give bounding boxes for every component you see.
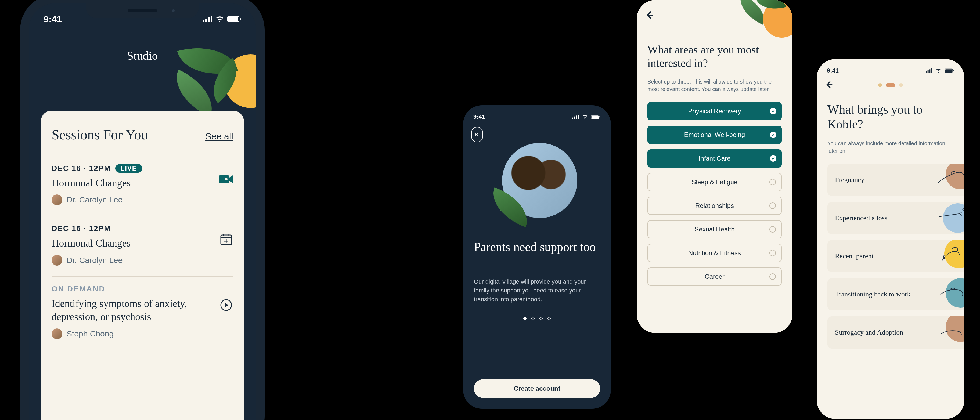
goal-option[interactable]: Experienced a loss xyxy=(827,202,964,234)
goal-option[interactable]: Surrogacy and Adoption xyxy=(827,317,964,348)
session-date: DEC 16 · 12PM xyxy=(52,164,111,173)
interest-option[interactable]: Career xyxy=(648,267,782,286)
question-subtitle: Select up to three. This will allow us t… xyxy=(648,78,782,93)
option-label: Sleep & Fatigue xyxy=(692,178,738,186)
progress-dot xyxy=(878,83,882,87)
option-label: Transitioning back to work xyxy=(835,290,910,298)
svg-rect-6 xyxy=(240,18,241,20)
status-icons xyxy=(572,113,601,120)
session-title: Hormonal Changes xyxy=(52,237,207,250)
status-time: 9:41 xyxy=(43,14,62,24)
phone-studio: 9:41 Studio Sessions For You See all DEC… xyxy=(20,0,265,420)
session-item[interactable]: DEC 16 · 12PM Hormonal Changes Dr. Carol… xyxy=(52,216,233,276)
check-icon xyxy=(770,108,776,115)
calendar-add-icon[interactable] xyxy=(219,232,233,246)
interest-option[interactable]: Sleep & Fatigue xyxy=(648,173,782,191)
tile-illustration xyxy=(935,202,964,234)
svg-rect-27 xyxy=(931,68,932,73)
interest-option[interactable]: Relationships xyxy=(648,197,782,215)
option-label: Pregnancy xyxy=(835,176,864,184)
author-avatar xyxy=(52,328,62,339)
svg-rect-29 xyxy=(945,69,952,72)
svg-rect-21 xyxy=(592,116,598,118)
check-icon xyxy=(770,155,776,162)
radio-icon xyxy=(769,274,776,280)
option-label: Recent parent xyxy=(835,252,873,260)
option-label: Emotional Well-being xyxy=(684,131,745,138)
goal-option[interactable]: Transitioning back to work xyxy=(827,278,964,310)
question-title: What brings you to Koble? xyxy=(827,102,954,132)
svg-rect-24 xyxy=(926,72,927,73)
svg-rect-16 xyxy=(572,118,573,119)
options-list: Physical RecoveryEmotional Well-beingInf… xyxy=(648,102,782,286)
progress-nav xyxy=(817,83,964,87)
option-label: Sexual Health xyxy=(694,226,735,233)
interest-option[interactable]: Emotional Well-being xyxy=(648,126,782,144)
goal-option[interactable]: Pregnancy xyxy=(827,164,964,196)
svg-rect-25 xyxy=(928,70,929,73)
battery-icon xyxy=(227,16,241,22)
status-icons xyxy=(926,67,954,74)
see-all-link[interactable]: See all xyxy=(205,131,233,142)
hero-illustration xyxy=(494,137,580,223)
option-label: Experienced a loss xyxy=(835,214,887,222)
status-icons xyxy=(202,16,241,22)
interest-option[interactable]: Infant Care xyxy=(648,149,782,167)
signal-icon xyxy=(202,16,212,22)
tile-illustration xyxy=(935,240,964,272)
session-item[interactable]: ON DEMAND Identifying symptoms of anxiet… xyxy=(52,277,233,350)
signal-icon xyxy=(572,115,579,119)
header-illustration xyxy=(728,0,792,46)
page-indicator xyxy=(463,317,611,320)
brand-logo[interactable]: K xyxy=(471,127,483,142)
option-label: Career xyxy=(705,273,724,280)
wifi-icon xyxy=(215,16,224,22)
svg-rect-30 xyxy=(953,70,954,71)
option-label: Infant Care xyxy=(699,155,731,162)
option-label: Physical Recovery xyxy=(688,107,741,115)
page-title: Studio xyxy=(29,49,256,62)
page-dot[interactable] xyxy=(531,317,535,320)
status-time: 9:41 xyxy=(473,113,485,120)
goal-option[interactable]: Recent parent xyxy=(827,240,964,272)
session-item[interactable]: DEC 16 · 12PM LIVE Hormonal Changes Dr. … xyxy=(52,156,233,216)
question-subtitle: You can always include more detailed inf… xyxy=(827,140,954,155)
question-title: What areas are you most interested in? xyxy=(648,43,782,70)
author-avatar xyxy=(52,194,62,205)
back-button[interactable] xyxy=(825,80,833,90)
page-dot[interactable] xyxy=(523,317,527,320)
interest-option[interactable]: Sexual Health xyxy=(648,220,782,239)
tile-illustration xyxy=(935,278,964,310)
author-name: Steph Chong xyxy=(67,329,114,338)
svg-rect-3 xyxy=(211,16,212,22)
option-label: Relationships xyxy=(695,202,734,210)
svg-rect-0 xyxy=(202,20,204,22)
sessions-card: Sessions For You See all DEC 16 · 12PM L… xyxy=(41,111,244,420)
interest-option[interactable]: Nutrition & Fitness xyxy=(648,244,782,262)
video-icon[interactable] xyxy=(219,172,233,186)
signal-icon xyxy=(926,68,932,73)
author-name: Dr. Carolyn Lee xyxy=(67,256,123,265)
page-dot[interactable] xyxy=(547,317,551,320)
create-account-button[interactable]: Create account xyxy=(474,379,600,398)
page-dot[interactable] xyxy=(539,317,542,320)
svg-rect-17 xyxy=(574,116,575,119)
status-bar: 9:41 xyxy=(463,113,611,120)
author-name: Dr. Carolyn Lee xyxy=(67,195,123,204)
check-icon xyxy=(770,132,776,138)
welcome-title: Parents need support too xyxy=(474,240,600,254)
interest-option[interactable]: Physical Recovery xyxy=(648,102,782,120)
svg-rect-19 xyxy=(578,115,579,119)
status-bar: 9:41 xyxy=(817,67,964,74)
back-button[interactable] xyxy=(645,10,654,21)
battery-icon xyxy=(591,115,601,119)
svg-rect-22 xyxy=(599,116,600,117)
live-badge: LIVE xyxy=(115,164,142,173)
svg-rect-2 xyxy=(208,17,210,22)
phone-welcome: 9:41 K Parents need support too Our digi… xyxy=(463,105,611,409)
radio-icon xyxy=(769,226,776,232)
phone-notch xyxy=(86,3,199,18)
battery-icon xyxy=(945,68,954,73)
author-avatar xyxy=(52,255,62,266)
play-icon[interactable] xyxy=(219,298,233,312)
